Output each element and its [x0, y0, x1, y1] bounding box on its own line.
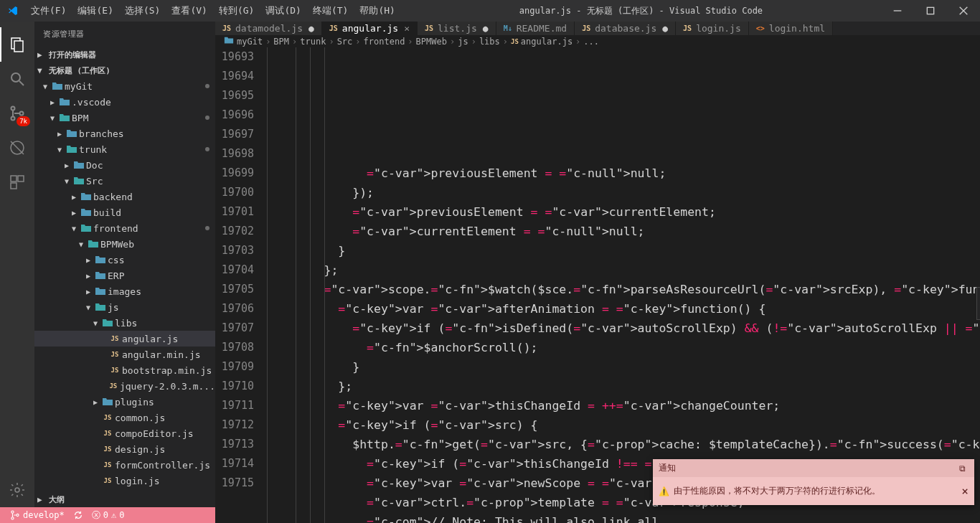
folder-frontend[interactable]: ▼frontend [34, 220, 215, 236]
breadcrumb-item[interactable]: JSangular.js [511, 37, 573, 47]
close-icon[interactable]: × [404, 23, 410, 34]
scm-view-icon[interactable]: 7k [0, 96, 34, 131]
code-line[interactable]: $http.="c-fn">get(="c-var">src, {="c-pro… [267, 435, 980, 454]
code-line[interactable]: ="c-var">currentElement = ="c-null">null… [267, 222, 980, 241]
tab-label: datamodel.js [235, 23, 303, 34]
code-line[interactable]: ="c-key">if (="c-fn">isDefined(="c-var">… [267, 319, 980, 338]
extensions-view-icon[interactable] [0, 165, 34, 199]
code-line[interactable]: ="c-key">var ="c-var">afterAnimation = =… [267, 299, 980, 319]
breadcrumbs[interactable]: myGit›BPM›trunk›Src›frontend›BPMWeb›js›l… [215, 35, 980, 47]
explorer-view-icon[interactable] [0, 27, 34, 62]
tab-datamodel.js[interactable]: JSdatamodel.js [215, 22, 322, 35]
minimize-button[interactable] [881, 0, 914, 22]
workspace-section[interactable]: ▼无标题 (工作区) [34, 62, 215, 78]
folder-BPMWeb[interactable]: ▼BPMWeb [34, 236, 215, 252]
file-angular.js[interactable]: JSangular.js [34, 331, 215, 347]
tab-login.html[interactable]: <>login.html [749, 22, 833, 35]
folder-build[interactable]: ▶build [34, 204, 215, 220]
code-line[interactable]: }; [267, 377, 980, 396]
breadcrumb-item[interactable]: BPMWeb [416, 37, 447, 47]
notification-title: 通知 [659, 462, 676, 474]
breadcrumb-item[interactable]: libs [479, 37, 500, 47]
js-file-icon: JS [100, 446, 115, 453]
breadcrumb-item[interactable]: BPM [273, 37, 289, 47]
search-view-icon[interactable] [0, 62, 34, 96]
folder-libs[interactable]: ▼libs [34, 315, 215, 331]
folder-backend[interactable]: ▶backend [34, 189, 215, 204]
svg-point-21 [11, 511, 14, 513]
code-line[interactable]: ="c-var">previousElement = ="c-var">curr… [267, 202, 980, 222]
notification-expand-icon[interactable]: ⧉ [959, 463, 966, 473]
code-content[interactable]: ="c-var">previousElement = ="c-null">nul… [267, 47, 980, 523]
menu-file[interactable]: 文件(F) [25, 4, 72, 17]
code-line[interactable]: ="c-key">var ="c-var">thisChangeId = ++=… [267, 396, 980, 415]
tab-angular.js[interactable]: JSangular.js× [322, 22, 418, 35]
folder-js[interactable]: ▼js [34, 299, 215, 315]
code-line[interactable]: ="c-com">// Note: This will also link al… [267, 512, 980, 523]
menu-debug[interactable]: 调试(D) [260, 4, 306, 17]
close-button[interactable] [947, 0, 980, 22]
open-editors-section[interactable]: ▶打开的编辑器 [34, 47, 215, 62]
breadcrumb-item[interactable]: js [458, 37, 468, 47]
file-angular.min.js[interactable]: JSangular.min.js [34, 347, 215, 362]
folder-Src[interactable]: ▼Src [34, 173, 215, 189]
code-line[interactable]: ="c-var">scope.="c-fn">$watch($sce.="c-f… [267, 280, 980, 299]
problems-status[interactable]: ⓧ0 ⚠0 [88, 509, 129, 522]
code-line[interactable]: ="c-var">previousElement = ="c-null">nul… [267, 164, 980, 183]
maximize-button[interactable] [914, 0, 947, 22]
file-jquery-2.0.3.m...[interactable]: JSjquery-2.0.3.m... [34, 378, 215, 394]
file-compoEditor.js[interactable]: JScompoEditor.js [34, 425, 215, 441]
folder-BPM[interactable]: ▼BPM [34, 110, 215, 126]
menu-help[interactable]: 帮助(H) [354, 4, 400, 17]
file-formController.js[interactable]: JSformController.js [34, 457, 215, 473]
menu-edit[interactable]: 编辑(E) [72, 4, 118, 17]
menu-terminal[interactable]: 终端(T) [307, 4, 354, 17]
tab-login.js[interactable]: JSlogin.js [676, 22, 749, 35]
folder-css[interactable]: ▶css [34, 252, 215, 268]
file-login.js[interactable]: JSlogin.js [34, 473, 215, 489]
line-number: 19702 [215, 222, 254, 241]
js-file-icon: JS [100, 414, 115, 421]
folder-plugins[interactable]: ▶plugins [34, 394, 215, 410]
git-branch-status[interactable]: develop* [6, 510, 69, 520]
breadcrumb-item[interactable]: frontend [364, 37, 405, 47]
menu-goto[interactable]: 转到(G) [213, 4, 260, 17]
code-line[interactable]: ="c-fn">$anchorScroll(); [267, 338, 980, 357]
code-line[interactable]: }); [267, 183, 980, 202]
code-line[interactable]: } [267, 357, 980, 377]
line-numbers: 1969319694196951969619697196981969919700… [215, 47, 267, 523]
code-editor[interactable]: 1969319694196951969619697196981969919700… [215, 47, 980, 523]
outline-section[interactable]: ▶大纲 [34, 491, 215, 507]
breadcrumb-item[interactable]: myGit [237, 37, 263, 47]
code-line[interactable]: }; [267, 260, 980, 280]
menu-select[interactable]: 选择(S) [119, 4, 166, 17]
tab-database.js[interactable]: JSdatabase.js [575, 22, 676, 35]
settings-gear-icon[interactable] [0, 473, 34, 507]
folder-Doc[interactable]: ▶Doc [34, 157, 215, 173]
tab-README.md[interactable]: M↓README.md [496, 22, 575, 35]
folder-myGit[interactable]: ▼myGit [34, 78, 215, 94]
tree-item-label: Doc [86, 160, 103, 171]
folder-.vscode[interactable]: ▶.vscode [34, 94, 215, 110]
file-design.js[interactable]: JSdesign.js [34, 441, 215, 457]
breadcrumb-item[interactable]: Src [337, 37, 353, 47]
file-tree[interactable]: ▼myGit▶.vscode▼BPM▶branches▼trunk▶Doc▼Sr… [34, 78, 215, 491]
breadcrumb-item[interactable]: ... [583, 37, 599, 47]
notification-close-icon[interactable]: × [961, 484, 969, 498]
debug-view-icon[interactable] [0, 131, 34, 165]
menu-view[interactable]: 查看(V) [166, 4, 212, 17]
folder-branches[interactable]: ▶branches [34, 126, 215, 141]
code-line[interactable]: ="c-key">if (="c-var">src) { [267, 415, 980, 435]
breadcrumb-item[interactable]: trunk [300, 37, 326, 47]
file-bootstrap.min.js[interactable]: JSbootstrap.min.js [34, 362, 215, 378]
tab-label: angular.js [342, 23, 398, 34]
line-number: 19714 [215, 454, 254, 473]
tab-list.js[interactable]: JSlist.js [418, 22, 496, 35]
folder-images[interactable]: ▶images [34, 283, 215, 299]
file-common.js[interactable]: JScommon.js [34, 410, 215, 425]
folder-trunk[interactable]: ▼trunk [34, 141, 215, 157]
sync-status[interactable] [69, 510, 88, 520]
folder-ERP[interactable]: ▶ERP [34, 268, 215, 283]
code-line[interactable]: } [267, 241, 980, 260]
line-number: 19711 [215, 396, 254, 415]
